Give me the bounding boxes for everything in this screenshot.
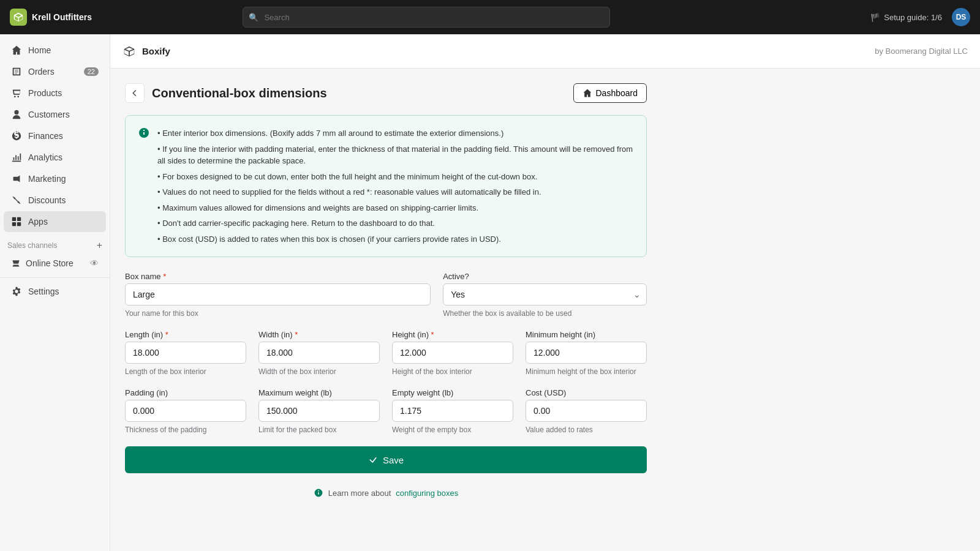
box-name-label: Box name *	[125, 272, 431, 281]
info-point-4: Values do not need to supplied for the f…	[157, 184, 634, 200]
svg-rect-5	[17, 222, 21, 226]
info-point-7: Box cost (USD) is added to rates when th…	[157, 231, 634, 247]
cost-label: Cost (USD)	[526, 388, 647, 397]
sidebar-item-label: Finances	[28, 131, 63, 141]
app-attribution: by Boomerang Digital LLC	[875, 47, 968, 56]
svg-rect-4	[12, 222, 16, 226]
form-row-2: Length (in) * Length of the box interior…	[125, 330, 647, 376]
orders-badge: 22	[84, 67, 99, 76]
empty-weight-input[interactable]	[392, 400, 513, 422]
cost-input[interactable]	[526, 400, 647, 422]
add-sales-channel-button[interactable]: +	[97, 240, 102, 251]
info-point-3: For boxes designed to be cut down, enter…	[157, 169, 634, 185]
info-point-6: Don't add carrier-specific packaging her…	[157, 216, 634, 231]
min-height-label: Minimum height (in)	[526, 330, 647, 339]
back-button[interactable]	[125, 83, 145, 103]
boxify-icon	[123, 45, 136, 58]
width-input[interactable]	[258, 342, 380, 364]
box-name-input[interactable]	[125, 283, 431, 305]
sidebar-item-settings[interactable]: Settings	[4, 281, 106, 302]
height-input[interactable]	[392, 342, 513, 364]
store-icon	[11, 258, 21, 268]
info-point-5: Maximum values allowed for dimensions an…	[157, 200, 634, 216]
min-height-input[interactable]	[526, 342, 647, 364]
empty-weight-group: Empty weight (lb) Weight of the empty bo…	[392, 388, 513, 434]
brand[interactable]: Krell Outfitters	[10, 9, 108, 26]
width-hint: Width of the box interior	[258, 367, 380, 376]
setup-guide[interactable]: 🏴 Setup guide: 1/6	[870, 13, 942, 22]
info-content: Enter interior box dimensions. (Boxify a…	[157, 126, 634, 247]
max-weight-input[interactable]	[258, 400, 380, 422]
sidebar-item-apps[interactable]: Apps	[4, 211, 106, 232]
info-icon	[138, 127, 150, 139]
sidebar-item-label: Home	[28, 45, 51, 55]
page-content: Conventional-box dimensions Dashboard En…	[110, 69, 662, 512]
online-store-label: Online Store	[26, 258, 74, 268]
layout: Home Orders 22 Products Customers Fina	[0, 34, 980, 551]
avatar[interactable]: DS	[952, 8, 970, 26]
sidebar-item-label: Apps	[28, 217, 48, 227]
save-button[interactable]: Save	[125, 446, 647, 473]
length-hint: Length of the box interior	[125, 367, 246, 376]
setup-guide-label: Setup guide: 1/6	[884, 13, 942, 22]
min-height-group: Minimum height (in) Minimum height of th…	[526, 330, 647, 376]
app-header-left: Boxify	[123, 45, 170, 58]
home-icon	[11, 45, 22, 56]
dashboard-button[interactable]: Dashboard	[573, 83, 647, 103]
app-header: Boxify by Boomerang Digital LLC	[110, 34, 980, 69]
customers-icon	[11, 109, 22, 120]
length-label: Length (in) *	[125, 330, 246, 339]
cost-hint: Value added to rates	[526, 425, 647, 434]
info-point-2: If you line the interior with padding ma…	[157, 141, 634, 169]
active-label: Active?	[443, 272, 647, 281]
active-group: Active? Yes No Whether the box is availa…	[443, 272, 647, 318]
sidebar-item-finances[interactable]: Finances	[4, 126, 106, 146]
sales-channels-section: Sales channels +	[0, 233, 110, 253]
padding-hint: Thickness of the padding	[125, 425, 246, 434]
active-select-wrap: Yes No	[443, 283, 647, 305]
sidebar-item-analytics[interactable]: Analytics	[4, 147, 106, 168]
sidebar-item-home[interactable]: Home	[4, 40, 106, 61]
height-group: Height (in) * Height of the box interior	[392, 330, 513, 376]
sidebar-item-customers[interactable]: Customers	[4, 104, 106, 125]
width-label: Width (in) *	[258, 330, 380, 339]
brand-name: Krell Outfitters	[32, 12, 92, 22]
topbar-right: 🏴 Setup guide: 1/6 DS	[870, 8, 970, 26]
search-input[interactable]	[243, 7, 610, 28]
sidebar-item-products[interactable]: Products	[4, 83, 106, 103]
sidebar-item-discounts[interactable]: Discounts	[4, 190, 106, 211]
learn-info-icon	[314, 488, 323, 498]
sidebar-item-label: Analytics	[28, 152, 62, 162]
discounts-icon	[11, 195, 22, 206]
learn-more-link[interactable]: configuring boxes	[396, 489, 458, 498]
brand-icon	[10, 9, 27, 26]
svg-rect-2	[12, 217, 16, 221]
box-name-group: Box name * Your name for this box	[125, 272, 431, 318]
settings-icon	[11, 286, 22, 297]
orders-icon	[11, 66, 22, 77]
marketing-icon	[11, 173, 22, 184]
topbar: Krell Outfitters 🔍 🏴 Setup guide: 1/6 DS	[0, 0, 980, 34]
search-bar[interactable]: 🔍	[243, 7, 610, 28]
active-hint: Whether the box is available to be used	[443, 309, 647, 318]
length-group: Length (in) * Length of the box interior	[125, 330, 246, 376]
sidebar-item-marketing[interactable]: Marketing	[4, 168, 106, 189]
sidebar-item-orders[interactable]: Orders 22	[4, 61, 106, 82]
box-name-hint: Your name for this box	[125, 309, 431, 318]
active-select[interactable]: Yes No	[443, 283, 647, 305]
length-input[interactable]	[125, 342, 246, 364]
eye-icon[interactable]: 👁	[90, 258, 99, 268]
sidebar-item-online-store[interactable]: Online Store 👁	[4, 254, 106, 272]
max-weight-hint: Limit for the packed box	[258, 425, 380, 434]
apps-icon	[11, 216, 22, 227]
products-icon	[11, 88, 22, 99]
save-label: Save	[383, 455, 404, 465]
sidebar-item-label: Marketing	[28, 174, 66, 184]
padding-input[interactable]	[125, 400, 246, 422]
info-point-1: Enter interior box dimensions. (Boxify a…	[157, 126, 634, 141]
width-group: Width (in) * Width of the box interior	[258, 330, 380, 376]
max-weight-label: Maximum weight (lb)	[258, 388, 380, 397]
sidebar: Home Orders 22 Products Customers Fina	[0, 34, 110, 551]
sidebar-item-label: Orders	[28, 67, 55, 77]
height-hint: Height of the box interior	[392, 367, 513, 376]
